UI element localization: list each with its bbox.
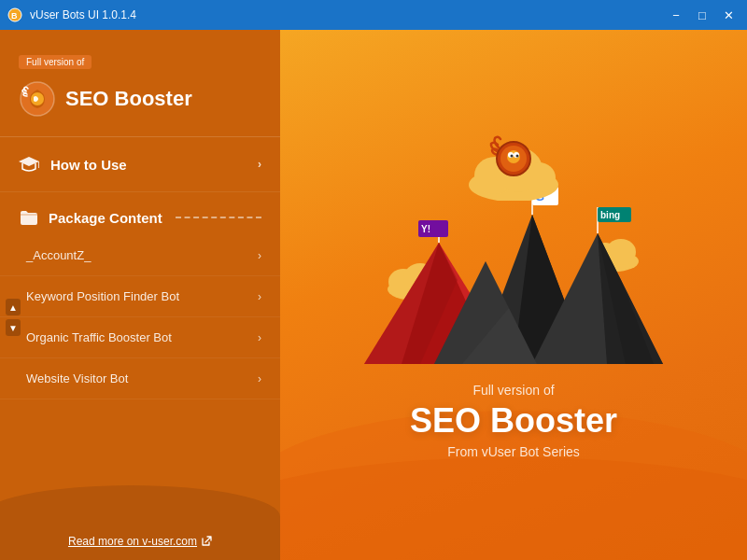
sub-item-keyword-bot-label: Keyword Position Finder Bot (26, 289, 179, 303)
sidebar-header: Full version of SEO Booster (0, 30, 280, 137)
scroll-up-button[interactable]: ▲ (6, 299, 21, 315)
scroll-down-button[interactable]: ▼ (6, 319, 21, 336)
how-to-use-nav-item[interactable]: How to Use › (0, 137, 280, 192)
close-button[interactable]: ✕ (717, 6, 740, 24)
scroll-indicator: ▲ ▼ (6, 299, 21, 336)
mountain-scene: G bing Y! (364, 177, 663, 373)
footer-link-text: Read more on v-user.com (68, 535, 197, 548)
how-to-use-left: How to Use (19, 154, 127, 175)
bot-claw-icon (486, 131, 542, 182)
read-more-link[interactable]: Read more on v-user.com (68, 535, 212, 548)
sub-item-organic-bot-chevron: › (258, 331, 261, 344)
brand-row: SEO Booster (19, 80, 261, 118)
how-to-use-chevron: › (258, 158, 261, 171)
sub-item-keyword-bot-chevron: › (258, 290, 261, 303)
sub-item-visitor-bot-chevron: › (258, 372, 261, 385)
sub-items-container: ▲ ▼ _AccountZ_ › Keyword Position Finder… (0, 235, 280, 399)
how-to-use-label: How to Use (50, 157, 127, 173)
app-icon: B (7, 7, 22, 22)
minimize-button[interactable]: − (665, 6, 687, 24)
folder-icon (19, 207, 39, 228)
sub-item-visitor-bot-label: Website Visitor Bot (26, 371, 128, 385)
full-version-badge: Full version of (19, 55, 92, 69)
sidebar-footer: Read more on v-user.com (0, 532, 280, 549)
sidebar: Full version of SEO Booster (0, 30, 280, 560)
graduation-cap-icon (19, 154, 39, 175)
main-product-title: SEO Booster (410, 401, 617, 441)
content-text-area: Full version of SEO Booster From vUser B… (410, 383, 617, 459)
sub-item-accountz[interactable]: _AccountZ_ › (0, 235, 280, 276)
brand-title: SEO Booster (65, 87, 192, 111)
sub-item-accountz-chevron: › (258, 249, 261, 262)
sub-item-visitor-bot[interactable]: Website Visitor Bot › (0, 358, 280, 399)
top-cloud-group (462, 140, 565, 204)
illustration: G bing Y! (355, 131, 672, 373)
titlebar-left: B vUser Bots UI 1.0.1.4 (7, 7, 136, 22)
sub-item-accountz-label: _AccountZ_ (26, 248, 91, 262)
svg-point-16 (516, 155, 519, 158)
main-from-text: From vUser Bot Series (410, 444, 617, 459)
main-container: Full version of SEO Booster (0, 30, 747, 560)
sub-item-organic-bot[interactable]: Organic Traffic Booster Bot › (0, 317, 280, 358)
main-content: G bing Y! Full version of SEO Booster Fr… (280, 30, 747, 560)
sub-item-keyword-bot[interactable]: Keyword Position Finder Bot › (0, 276, 280, 317)
svg-text:bing: bing (600, 210, 620, 220)
bg-wave-2 (280, 457, 747, 560)
svg-point-15 (511, 155, 514, 158)
main-badge-text: Full version of (410, 383, 617, 398)
package-content-label: Package Content (49, 210, 162, 226)
titlebar: B vUser Bots UI 1.0.1.4 − □ ✕ (0, 0, 747, 30)
package-content-section: Package Content (0, 192, 280, 235)
maximize-button[interactable]: □ (691, 6, 713, 24)
titlebar-controls: − □ ✕ (665, 6, 740, 24)
svg-text:B: B (11, 11, 18, 21)
external-link-icon (201, 536, 212, 547)
sub-item-organic-bot-label: Organic Traffic Booster Bot (26, 330, 172, 344)
section-divider (176, 217, 261, 218)
titlebar-title: vUser Bots UI 1.0.1.4 (30, 8, 136, 21)
svg-text:Y!: Y! (421, 224, 430, 234)
brand-icon (19, 80, 56, 118)
